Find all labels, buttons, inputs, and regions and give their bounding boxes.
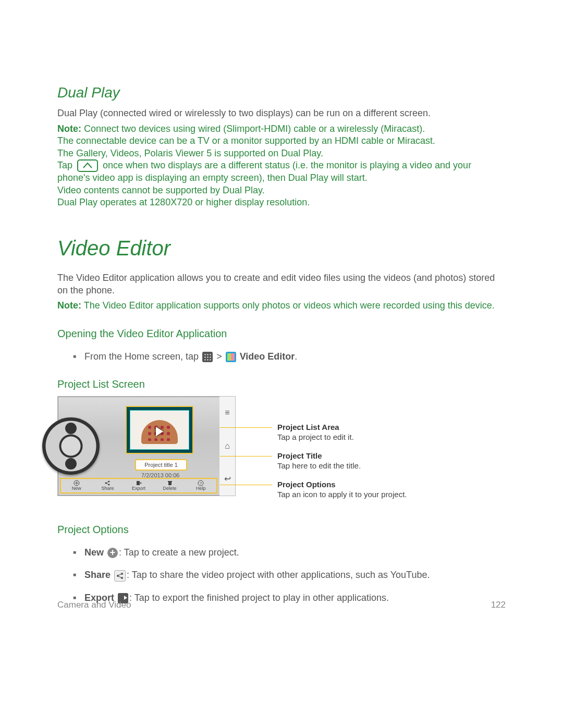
back-icon: ↩ bbox=[219, 463, 235, 496]
footer-section: Camera and Video bbox=[57, 599, 131, 611]
new-label: New bbox=[72, 486, 81, 492]
help-label: Help bbox=[196, 486, 206, 492]
project-thumbnail bbox=[130, 410, 189, 450]
callout-desc: Tap an icon to apply it to your project. bbox=[277, 489, 407, 500]
dot: . bbox=[295, 351, 297, 362]
note-line-3: The Gallery, Videos, Polaris Viewer 5 is… bbox=[57, 148, 323, 158]
play-icon bbox=[156, 427, 163, 436]
opt-name: Share bbox=[84, 570, 111, 580]
project-title-field: Project title 1 bbox=[135, 459, 187, 471]
video-editor-note: Note: The Video Editor application suppo… bbox=[57, 300, 506, 312]
project-list-area bbox=[126, 406, 193, 454]
project-list-screenshot: Project title 1 7/2/2013 00:06 New Share… bbox=[57, 396, 236, 496]
note-text: The Video Editor application supports on… bbox=[84, 300, 495, 311]
open-sep: > bbox=[216, 351, 222, 362]
leader-line bbox=[241, 427, 272, 428]
delete-button: Delete bbox=[154, 479, 186, 492]
leader-line bbox=[241, 456, 272, 456]
share-button: Share bbox=[92, 479, 124, 492]
note-line-5: Video contents cannot be supported by Du… bbox=[57, 185, 265, 195]
project-options-heading: Project Options bbox=[57, 523, 506, 536]
note-label: Note: bbox=[57, 124, 81, 134]
help-button: ? Help bbox=[185, 479, 216, 492]
callout-title: Project Title bbox=[277, 451, 407, 461]
share-icon bbox=[114, 570, 126, 582]
dual-play-note: Note: Connect two devices using wired (S… bbox=[57, 123, 506, 209]
open-app-heading: Opening the Video Editor Application bbox=[57, 327, 506, 340]
project-list-heading: Project List Screen bbox=[57, 377, 506, 391]
footer-page-number: 122 bbox=[491, 599, 506, 611]
film-reel-icon bbox=[42, 417, 100, 475]
callout-project-title: Project Title Tap here to edit the title… bbox=[241, 451, 407, 471]
opt-name: New bbox=[84, 547, 104, 558]
svg-rect-6 bbox=[168, 481, 172, 482]
menu-icon: ≡ bbox=[219, 397, 235, 429]
callout-list: Project List Area Tap a project to edit … bbox=[241, 396, 407, 508]
dual-play-heading: Dual Play bbox=[57, 83, 506, 102]
apps-grid-icon bbox=[202, 352, 213, 362]
note-line-4b: once when two displays are a different s… bbox=[57, 160, 471, 183]
note-line-2: The connectable device can be a TV or a … bbox=[57, 135, 435, 146]
callout-project-options: Project Options Tap an icon to apply it … bbox=[241, 479, 407, 500]
callout-desc: Tap a project to edit it. bbox=[277, 432, 407, 442]
home-key-icon bbox=[77, 159, 98, 172]
project-options-bar: New Share Export Delete ? Help bbox=[60, 478, 217, 493]
svg-point-11 bbox=[121, 577, 123, 579]
export-button: Export bbox=[123, 479, 154, 492]
callout-desc: Tap here to edit the title. bbox=[277, 461, 407, 471]
dual-play-intro: Dual Play (connected wired or wirelessly… bbox=[57, 107, 506, 119]
new-button: New bbox=[61, 479, 92, 492]
app-name: Video Editor bbox=[240, 351, 295, 362]
callout-title: Project List Area bbox=[277, 422, 407, 433]
video-editor-app-icon bbox=[226, 352, 236, 362]
note-line-6: Dual Play operates at 1280X720 or higher… bbox=[57, 197, 310, 207]
nav-side-bar: ≡ ⌂ ↩ bbox=[219, 397, 235, 496]
delete-label: Delete bbox=[163, 486, 177, 492]
home-icon: ⌂ bbox=[219, 429, 235, 462]
note-line-4a: Tap bbox=[57, 160, 72, 170]
svg-rect-5 bbox=[168, 482, 172, 485]
export-label: Export bbox=[132, 486, 145, 492]
callout-title: Project Options bbox=[277, 479, 407, 490]
note-line-1: Connect two devices using wired (Slimpor… bbox=[84, 124, 425, 134]
option-share: Share : Tap to share the video project w… bbox=[73, 569, 506, 581]
opt-desc: : Tap to create a new project. bbox=[119, 547, 239, 558]
note-label: Note: bbox=[57, 300, 81, 311]
svg-text:?: ? bbox=[200, 481, 202, 486]
callout-project-list-area: Project List Area Tap a project to edit … bbox=[241, 422, 407, 442]
share-label: Share bbox=[101, 486, 114, 492]
opt-desc: : Tap to share the video project with ot… bbox=[127, 570, 430, 580]
video-editor-heading: Video Editor bbox=[57, 235, 506, 262]
project-list-figure: Project title 1 7/2/2013 00:06 New Share… bbox=[57, 396, 506, 508]
page-footer: Camera and Video 122 bbox=[57, 599, 506, 611]
option-new: New : Tap to create a new project. bbox=[73, 547, 506, 559]
new-icon bbox=[107, 548, 118, 558]
video-editor-intro: The Video Editor application allows you … bbox=[57, 272, 506, 297]
svg-point-10 bbox=[121, 573, 123, 575]
svg-rect-4 bbox=[137, 481, 140, 485]
leader-line bbox=[241, 485, 272, 485]
open-pre: From the Home screen, tap bbox=[84, 351, 199, 362]
open-app-step: From the Home screen, tap > Video Editor… bbox=[73, 351, 506, 363]
